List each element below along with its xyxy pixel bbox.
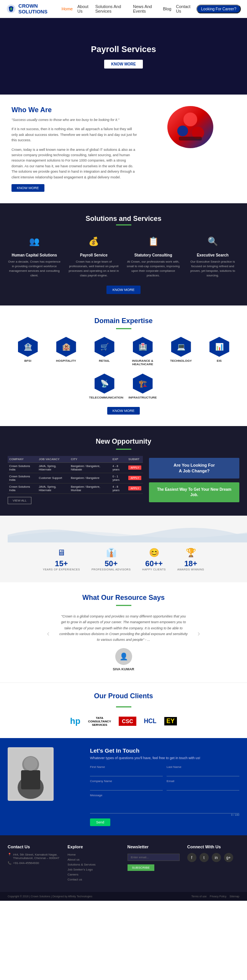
career-button[interactable]: Looking For Career?: [196, 5, 241, 13]
nav-blog[interactable]: Blog: [163, 7, 171, 11]
nav-news[interactable]: News And Events: [133, 4, 158, 13]
footer-link-solutions[interactable]: Solutions & Services: [67, 863, 119, 866]
first-name-field: First Name: [90, 765, 163, 776]
footer-newsletter-title: Newsletter: [128, 844, 180, 849]
contact-name-row: First Name Last Name: [90, 765, 239, 776]
experience-icon: 🖥: [43, 548, 80, 558]
domain-underline: [116, 328, 131, 329]
opportunity-content: COMPANY JOB VACANCY CITY EXP SUBMIT Crow…: [8, 456, 239, 504]
newsletter-input[interactable]: [128, 854, 180, 861]
client-ey: EY: [164, 714, 177, 729]
hero-section: Payroll Services KNOW MORE: [0, 18, 247, 95]
nav-solutions[interactable]: Solutions And Services: [95, 4, 128, 13]
footer-phone: 📞 +91-044-45564930: [8, 861, 60, 865]
client-csc: CSC: [119, 714, 136, 729]
footer-address: 📍 #44, 5th Street, Kamakoti Nagar, Thiru…: [8, 853, 60, 860]
contact-image-area: [8, 747, 82, 826]
row1-city: Bangalore / Bangalore, Nillabate: [69, 462, 111, 473]
solution-title-3: Statutory Consulting: [127, 253, 180, 257]
clients-icon: 😊: [142, 548, 166, 558]
row3-job: JAVA, Spring, Hibernate: [37, 483, 69, 493]
linkedin-icon[interactable]: in: [212, 853, 221, 862]
send-button[interactable]: Send: [90, 818, 110, 826]
technology-icon: 💻: [171, 337, 191, 357]
char-count: 0 / 100: [90, 813, 239, 816]
sitemap-link[interactable]: Sitemap: [229, 895, 239, 898]
terms-link[interactable]: Terms of use: [191, 895, 207, 898]
last-name-input[interactable]: [167, 770, 239, 776]
email-input[interactable]: [167, 784, 239, 791]
logo[interactable]: CROWN SOLUTIONS: [6, 3, 62, 15]
googleplus-icon[interactable]: g+: [224, 853, 233, 862]
stat-awards: 🏆 18+ AWARDS WINNING: [177, 548, 204, 571]
contact-form-area: Let's Get In Touch Whatever types of que…: [90, 747, 239, 826]
domain-title: Domain Expertise: [8, 317, 239, 325]
stat-num-experience: 15+: [43, 559, 80, 568]
footer-link-contact[interactable]: Contact us: [67, 878, 119, 881]
footer-link-jobseeker[interactable]: Job Seeker's Logo: [67, 868, 119, 871]
solution-card-4: 🔍 Executive Search Our Executive Search …: [186, 233, 239, 278]
message-textarea[interactable]: [90, 798, 239, 813]
domain-infrastructure: 🏗️ INFRASTRUCTURE: [128, 374, 158, 399]
domain-technology: 💻 TECHNOLOGY: [166, 337, 196, 366]
job-change-card: Are You Looking For A Job Change?: [149, 458, 239, 479]
prev-testimonial-button[interactable]: ‹: [47, 629, 50, 638]
apply-button-2[interactable]: APPLY: [128, 476, 141, 480]
footer-contact-title: Contact Us: [8, 844, 60, 849]
footer-bottom: Copyright © 2016 | Crown Solutions | Des…: [0, 892, 247, 901]
footer-link-about[interactable]: About us: [67, 858, 119, 861]
opportunity-table: COMPANY JOB VACANCY CITY EXP SUBMIT Crow…: [8, 456, 143, 504]
who-image: [146, 106, 236, 148]
domain-grid: 🏦 BFSI 🏨 HOSPITALITY 🛒 RETAIL 🏥 INSURANC…: [8, 337, 239, 399]
company-input[interactable]: [90, 784, 163, 791]
view-all-button[interactable]: VIEW ALL: [8, 497, 31, 504]
solution-desc-3: At Crown, our professionals work with, s…: [127, 260, 180, 278]
solutions-know-more-button[interactable]: KNOW MORE: [106, 286, 141, 294]
who-quote: "Success usually comes to those who are …: [11, 117, 138, 122]
executive-icon: 🔍: [204, 233, 221, 250]
awards-icon: 🏆: [177, 548, 204, 558]
solution-desc-2: Crown has a large team of professionals,…: [67, 260, 120, 278]
privacy-link[interactable]: Privacy Policy: [210, 895, 227, 898]
solution-title-1: Human Capital Solutions: [8, 253, 61, 257]
next-testimonial-button[interactable]: ›: [198, 629, 200, 638]
footer-link-careers[interactable]: Careers: [67, 873, 119, 876]
facebook-icon[interactable]: f: [187, 853, 196, 862]
stat-label-awards: AWARDS WINNING: [177, 568, 204, 571]
client-hp: hp: [70, 714, 80, 729]
dream-job-card: The Easiest Way To Get Your New Dream Jo…: [149, 482, 239, 502]
email-field: Email: [167, 779, 239, 791]
solution-card-1: 👥 Human Capital Solutions Over a decade,…: [8, 233, 61, 278]
col-exp: EXP: [111, 456, 127, 463]
twitter-icon[interactable]: t: [200, 853, 209, 862]
domain-know-more-button[interactable]: KNOW MORE: [107, 407, 140, 415]
first-name-input[interactable]: [90, 770, 163, 776]
solution-card-2: 💰 Payroll Service Crown has a large team…: [67, 233, 120, 278]
footer: Contact Us 📍 #44, 5th Street, Kamakoti N…: [0, 835, 247, 892]
solution-desc-1: Over a decade, Crown has experience in p…: [8, 260, 61, 278]
apply-button-3[interactable]: APPLY: [128, 486, 141, 490]
who-image-placeholder: [167, 106, 213, 148]
hero-know-more-button[interactable]: KNOW MORE: [104, 60, 142, 69]
last-name-label: Last Name: [167, 765, 239, 769]
nav-contact[interactable]: Contact Us: [176, 4, 192, 13]
subscribe-button[interactable]: SUBSCRIBE: [128, 864, 154, 871]
bfsi-label: BFSI: [13, 359, 43, 363]
domain-bfsi: 🏦 BFSI: [13, 337, 43, 366]
nav-about[interactable]: About Us: [77, 4, 91, 13]
contact-subtitle: Whatever types of questions you'll have,…: [90, 756, 239, 760]
nav-links: Home About Us Solutions And Services New…: [62, 4, 241, 13]
retail-icon: 🛒: [95, 337, 115, 357]
footer-link-home[interactable]: Home: [67, 853, 119, 856]
nav-home[interactable]: Home: [62, 7, 73, 11]
statutory-icon: 📋: [145, 233, 162, 250]
testimonial-underline: [116, 605, 131, 606]
opportunity-cards: Are You Looking For A Job Change? The Ea…: [149, 456, 239, 504]
apply-button-1[interactable]: APPLY: [128, 466, 141, 470]
stat-clients: 😊 60++ HAPPY CLIENTS: [142, 548, 166, 571]
clients-underline: [116, 706, 131, 707]
who-know-more-button[interactable]: KNOW MORE: [11, 184, 44, 192]
solution-card-3: 📋 Statutory Consulting At Crown, our pro…: [127, 233, 180, 278]
footer-contact: Contact Us 📍 #44, 5th Street, Kamakoti N…: [8, 844, 60, 883]
row1-job: JAVA, Spring, Hibernate: [37, 462, 69, 473]
